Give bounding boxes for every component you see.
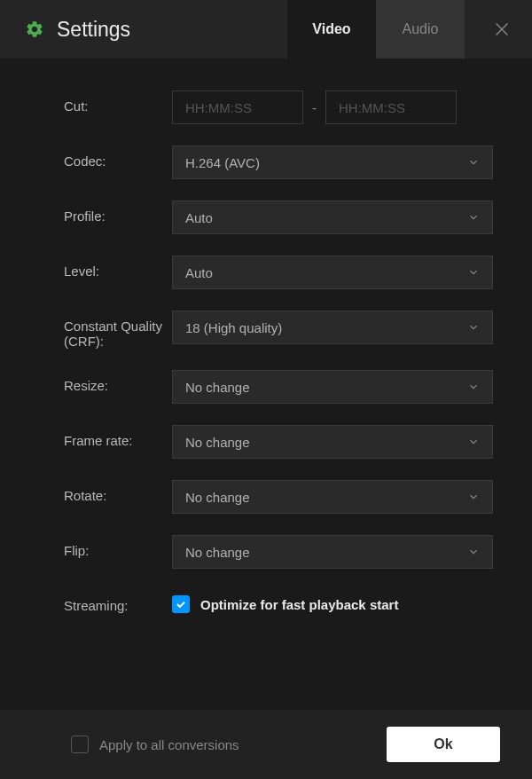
- chevron-down-icon: [467, 546, 480, 558]
- cut-separator: -: [312, 100, 317, 115]
- ok-button[interactable]: Ok: [387, 727, 500, 762]
- crf-select[interactable]: 18 (High quality): [172, 311, 493, 344]
- tab-audio[interactable]: Audio: [376, 0, 465, 59]
- chevron-down-icon: [467, 381, 480, 393]
- framerate-select[interactable]: No change: [172, 425, 493, 459]
- rotate-select[interactable]: No change: [172, 480, 493, 514]
- row-rotate: Rotate: No change: [64, 480, 493, 514]
- chevron-down-icon: [467, 436, 480, 448]
- streaming-checkbox[interactable]: [172, 595, 190, 613]
- row-framerate: Frame rate: No change: [64, 425, 493, 459]
- gear-icon: [25, 20, 44, 39]
- chevron-down-icon: [467, 211, 480, 224]
- page-title: Settings: [57, 18, 287, 42]
- tab-video[interactable]: Video: [287, 0, 376, 59]
- label-flip: Flip:: [64, 535, 172, 558]
- row-flip: Flip: No change: [64, 535, 493, 569]
- label-cut: Cut:: [64, 90, 172, 114]
- resize-select[interactable]: No change: [172, 370, 493, 404]
- check-icon: [175, 598, 187, 610]
- chevron-down-icon: [467, 266, 480, 279]
- label-streaming: Streaming:: [64, 590, 172, 613]
- apply-all-label: Apply to all conversions: [99, 737, 239, 752]
- codec-select[interactable]: H.264 (AVC): [172, 146, 493, 179]
- label-codec: Codec:: [64, 146, 172, 169]
- label-profile: Profile:: [64, 201, 172, 224]
- label-level: Level:: [64, 256, 172, 279]
- row-streaming: Streaming: Optimize for fast playback st…: [64, 590, 493, 613]
- profile-select[interactable]: Auto: [172, 201, 493, 234]
- cut-end-input[interactable]: [325, 90, 457, 124]
- row-level: Level: Auto: [64, 256, 493, 289]
- apply-all-checkbox[interactable]: [71, 736, 89, 753]
- row-codec: Codec: H.264 (AVC): [64, 146, 493, 179]
- cut-start-input[interactable]: [172, 90, 303, 124]
- flip-select[interactable]: No change: [172, 535, 493, 569]
- chevron-down-icon: [467, 321, 480, 334]
- tabs: Video Audio: [287, 0, 465, 59]
- row-crf: Constant Quality (CRF): 18 (High quality…: [64, 311, 493, 349]
- label-rotate: Rotate:: [64, 480, 172, 503]
- close-icon: [492, 20, 512, 39]
- chevron-down-icon: [467, 156, 480, 169]
- row-profile: Profile: Auto: [64, 201, 493, 234]
- label-crf: Constant Quality (CRF):: [64, 311, 172, 349]
- settings-form: Cut: - Codec: H.264 (AVC) Profile: Auto …: [0, 59, 532, 652]
- row-resize: Resize: No change: [64, 370, 493, 404]
- chevron-down-icon: [467, 491, 480, 503]
- footer: Apply to all conversions Ok: [0, 710, 532, 779]
- level-select[interactable]: Auto: [172, 256, 493, 289]
- label-framerate: Frame rate:: [64, 425, 172, 448]
- label-resize: Resize:: [64, 370, 172, 393]
- header: Settings Video Audio: [0, 0, 532, 59]
- streaming-label: Optimize for fast playback start: [200, 597, 398, 612]
- close-button[interactable]: [489, 17, 514, 42]
- row-cut: Cut: -: [64, 90, 493, 124]
